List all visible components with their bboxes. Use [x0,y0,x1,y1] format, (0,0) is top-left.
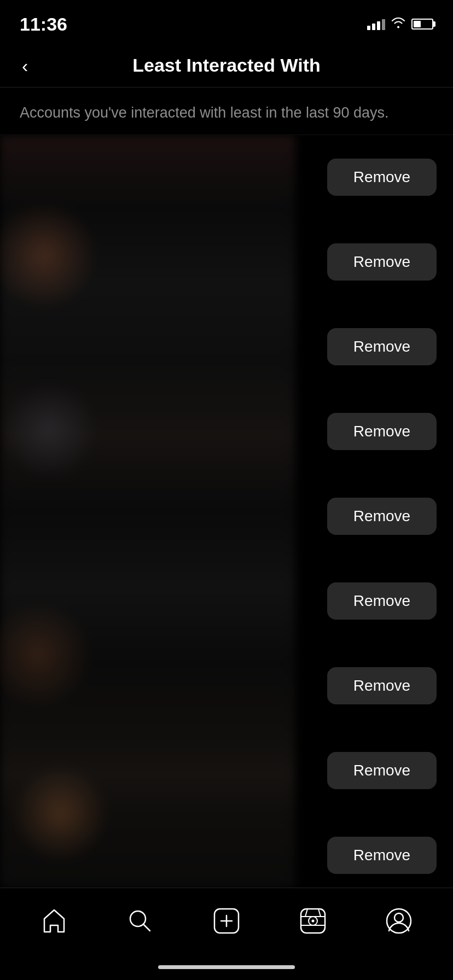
remove-buttons-column: Remove Remove Remove Remove Remove Remov… [316,135,437,888]
remove-button-8[interactable]: Remove [327,752,437,789]
nav-home-button[interactable] [29,901,79,941]
list-item: Remove [316,559,437,644]
home-icon [40,907,68,935]
remove-button-2[interactable]: Remove [327,243,437,281]
nav-add-button[interactable] [201,901,252,941]
search-icon [126,907,154,935]
list-item: Remove [316,220,437,305]
list-item: Remove [316,813,437,888]
remove-button-7[interactable]: Remove [327,667,437,704]
home-indicator-bar [158,965,295,969]
svg-point-4 [311,919,314,922]
bottom-nav [0,888,453,959]
list-item: Remove [316,305,437,389]
nav-profile-button[interactable] [374,901,424,941]
accounts-list: Remove Remove Remove Remove Remove Remov… [0,135,453,888]
list-item: Remove [316,389,437,474]
subtitle-text: Accounts you've interacted with least in… [0,88,453,135]
back-button[interactable]: ‹ [16,56,33,75]
status-time: 11:36 [20,14,67,35]
remove-button-5[interactable]: Remove [327,498,437,535]
blurred-photos-panel [0,135,295,888]
svg-point-5 [387,909,411,933]
signal-icon [367,18,385,30]
page-title: Least Interacted With [132,55,321,76]
nav-reels-button[interactable] [288,901,338,941]
status-icons [367,16,433,32]
wifi-icon [391,16,406,32]
list-item: Remove [316,474,437,559]
remove-button-3[interactable]: Remove [327,328,437,365]
home-indicator [0,959,453,980]
remove-button-4[interactable]: Remove [327,413,437,450]
remove-button-9[interactable]: Remove [327,837,437,874]
header: ‹ Least Interacted With [0,44,453,88]
nav-search-button[interactable] [115,901,165,941]
remove-button-6[interactable]: Remove [327,582,437,620]
list-item: Remove [316,728,437,813]
battery-icon [411,19,433,30]
status-bar: 11:36 [0,0,453,44]
svg-point-6 [394,913,403,922]
profile-icon [385,907,413,935]
remove-button-1[interactable]: Remove [327,159,437,196]
reels-icon [299,907,327,935]
add-icon [212,907,241,935]
list-item: Remove [316,644,437,728]
list-item: Remove [316,135,437,220]
